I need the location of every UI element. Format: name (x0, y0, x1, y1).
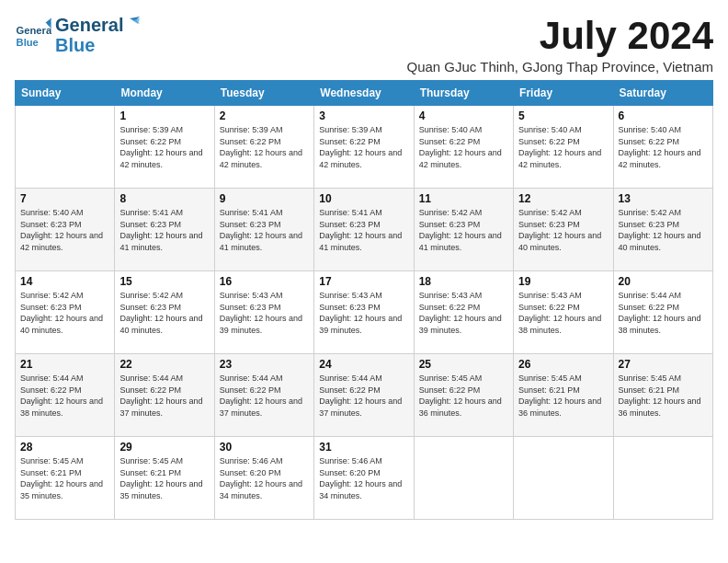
calendar-cell: 18Sunrise: 5:43 AMSunset: 6:22 PMDayligh… (414, 271, 513, 354)
calendar-cell: 23Sunrise: 5:44 AMSunset: 6:22 PMDayligh… (214, 354, 313, 437)
day-info: Sunrise: 5:44 AMSunset: 6:22 PMDaylight:… (319, 373, 408, 419)
day-info: Sunrise: 5:43 AMSunset: 6:23 PMDaylight:… (319, 290, 408, 336)
day-info: Sunrise: 5:39 AMSunset: 6:22 PMDaylight:… (220, 124, 309, 170)
calendar-cell: 12Sunrise: 5:42 AMSunset: 6:23 PMDayligh… (514, 189, 613, 271)
weekday-header-wednesday: Wednesday (314, 81, 414, 106)
weekday-header-monday: Monday (115, 81, 214, 106)
day-info: Sunrise: 5:45 AMSunset: 6:21 PMDaylight:… (20, 455, 109, 501)
day-number: 11 (419, 192, 508, 205)
calendar-cell: 27Sunrise: 5:45 AMSunset: 6:21 PMDayligh… (613, 354, 712, 437)
weekday-header-saturday: Saturday (613, 81, 712, 106)
logo-general-text: General (55, 15, 123, 35)
day-number: 31 (319, 441, 408, 454)
day-info: Sunrise: 5:40 AMSunset: 6:23 PMDaylight:… (20, 207, 109, 253)
calendar-table: SundayMondayTuesdayWednesdayThursdayFrid… (15, 80, 713, 520)
day-info: Sunrise: 5:40 AMSunset: 6:22 PMDaylight:… (419, 124, 508, 170)
calendar-cell: 6Sunrise: 5:40 AMSunset: 6:22 PMDaylight… (613, 106, 712, 189)
calendar-cell: 19Sunrise: 5:43 AMSunset: 6:22 PMDayligh… (514, 271, 613, 354)
day-info: Sunrise: 5:42 AMSunset: 6:23 PMDaylight:… (619, 207, 708, 253)
day-info: Sunrise: 5:44 AMSunset: 6:22 PMDaylight:… (119, 373, 209, 419)
month-title: July 2024 (406, 15, 713, 57)
calendar-cell: 29Sunrise: 5:45 AMSunset: 6:21 PMDayligh… (115, 437, 214, 520)
day-number: 18 (419, 275, 508, 288)
day-info: Sunrise: 5:41 AMSunset: 6:23 PMDaylight:… (220, 207, 309, 253)
calendar-cell: 20Sunrise: 5:44 AMSunset: 6:22 PMDayligh… (613, 271, 712, 354)
day-number: 19 (518, 275, 608, 288)
location-title: Quan GJuc Thinh, GJong Thap Province, Vi… (406, 59, 713, 75)
calendar-cell: 7Sunrise: 5:40 AMSunset: 6:23 PMDaylight… (16, 189, 115, 271)
day-info: Sunrise: 5:42 AMSunset: 6:23 PMDaylight:… (119, 290, 209, 336)
day-info: Sunrise: 5:41 AMSunset: 6:23 PMDaylight:… (319, 207, 408, 253)
bird-icon (119, 17, 140, 37)
day-info: Sunrise: 5:45 AMSunset: 6:22 PMDaylight:… (419, 373, 508, 419)
day-number: 24 (319, 358, 408, 371)
day-info: Sunrise: 5:43 AMSunset: 6:23 PMDaylight:… (220, 290, 309, 336)
calendar-cell (613, 437, 712, 520)
calendar-cell: 3Sunrise: 5:39 AMSunset: 6:22 PMDaylight… (314, 106, 414, 189)
day-number: 22 (119, 358, 209, 371)
calendar-cell (414, 437, 513, 520)
calendar-cell: 21Sunrise: 5:44 AMSunset: 6:22 PMDayligh… (16, 354, 115, 437)
day-number: 15 (119, 275, 209, 288)
day-number: 23 (220, 358, 309, 371)
calendar-week-5: 28Sunrise: 5:45 AMSunset: 6:21 PMDayligh… (16, 437, 713, 520)
calendar-cell: 2Sunrise: 5:39 AMSunset: 6:22 PMDaylight… (214, 106, 313, 189)
day-number: 10 (319, 192, 408, 205)
day-number: 27 (619, 358, 708, 371)
weekday-header-friday: Friday (514, 81, 613, 106)
calendar-week-2: 7Sunrise: 5:40 AMSunset: 6:23 PMDaylight… (16, 189, 713, 271)
day-number: 25 (419, 358, 508, 371)
day-info: Sunrise: 5:41 AMSunset: 6:23 PMDaylight:… (119, 207, 209, 253)
calendar-cell: 28Sunrise: 5:45 AMSunset: 6:21 PMDayligh… (16, 437, 115, 520)
day-info: Sunrise: 5:40 AMSunset: 6:22 PMDaylight:… (619, 124, 708, 170)
calendar-week-4: 21Sunrise: 5:44 AMSunset: 6:22 PMDayligh… (16, 354, 713, 437)
day-number: 26 (518, 358, 608, 371)
day-number: 16 (220, 275, 309, 288)
calendar-cell: 16Sunrise: 5:43 AMSunset: 6:23 PMDayligh… (214, 271, 313, 354)
day-info: Sunrise: 5:39 AMSunset: 6:22 PMDaylight:… (319, 124, 408, 170)
calendar-cell: 9Sunrise: 5:41 AMSunset: 6:23 PMDaylight… (214, 189, 313, 271)
day-info: Sunrise: 5:43 AMSunset: 6:22 PMDaylight:… (419, 290, 508, 336)
calendar-cell: 13Sunrise: 5:42 AMSunset: 6:23 PMDayligh… (613, 189, 712, 271)
day-number: 2 (220, 109, 309, 122)
day-info: Sunrise: 5:44 AMSunset: 6:22 PMDaylight:… (619, 290, 708, 336)
calendar-cell: 8Sunrise: 5:41 AMSunset: 6:23 PMDaylight… (115, 189, 214, 271)
svg-text:General: General (17, 25, 51, 36)
day-info: Sunrise: 5:45 AMSunset: 6:21 PMDaylight:… (518, 373, 608, 419)
calendar-cell: 15Sunrise: 5:42 AMSunset: 6:23 PMDayligh… (115, 271, 214, 354)
calendar-cell: 14Sunrise: 5:42 AMSunset: 6:23 PMDayligh… (16, 271, 115, 354)
svg-text:Blue: Blue (17, 37, 39, 48)
calendar-cell: 24Sunrise: 5:44 AMSunset: 6:22 PMDayligh… (314, 354, 414, 437)
day-info: Sunrise: 5:45 AMSunset: 6:21 PMDaylight:… (619, 373, 708, 419)
day-number: 28 (20, 441, 109, 454)
day-number: 7 (20, 192, 109, 205)
day-info: Sunrise: 5:46 AMSunset: 6:20 PMDaylight:… (220, 455, 309, 501)
page-header: General Blue General Blue July 2024 Quan… (15, 15, 713, 75)
calendar-cell: 10Sunrise: 5:41 AMSunset: 6:23 PMDayligh… (314, 189, 414, 271)
day-info: Sunrise: 5:45 AMSunset: 6:21 PMDaylight:… (119, 455, 209, 501)
day-info: Sunrise: 5:42 AMSunset: 6:23 PMDaylight:… (518, 207, 608, 253)
calendar-week-1: 1Sunrise: 5:39 AMSunset: 6:22 PMDaylight… (16, 106, 713, 189)
day-number: 21 (20, 358, 109, 371)
day-info: Sunrise: 5:39 AMSunset: 6:22 PMDaylight:… (119, 124, 209, 170)
day-number: 4 (419, 109, 508, 122)
day-info: Sunrise: 5:42 AMSunset: 6:23 PMDaylight:… (20, 290, 109, 336)
day-number: 29 (119, 441, 209, 454)
day-number: 17 (319, 275, 408, 288)
day-number: 13 (619, 192, 708, 205)
title-section: July 2024 Quan GJuc Thinh, GJong Thap Pr… (406, 15, 713, 75)
day-number: 14 (20, 275, 109, 288)
calendar-cell: 17Sunrise: 5:43 AMSunset: 6:23 PMDayligh… (314, 271, 414, 354)
calendar-cell: 4Sunrise: 5:40 AMSunset: 6:22 PMDaylight… (414, 106, 513, 189)
calendar-cell (514, 437, 613, 520)
calendar-cell: 11Sunrise: 5:42 AMSunset: 6:23 PMDayligh… (414, 189, 513, 271)
day-number: 1 (119, 109, 209, 122)
weekday-header-thursday: Thursday (414, 81, 513, 106)
day-info: Sunrise: 5:44 AMSunset: 6:22 PMDaylight:… (20, 373, 109, 419)
calendar-cell: 30Sunrise: 5:46 AMSunset: 6:20 PMDayligh… (214, 437, 313, 520)
day-number: 30 (220, 441, 309, 454)
day-number: 20 (619, 275, 708, 288)
day-info: Sunrise: 5:46 AMSunset: 6:20 PMDaylight:… (319, 455, 408, 501)
day-number: 6 (619, 109, 708, 122)
logo-icon: General Blue (15, 17, 51, 53)
